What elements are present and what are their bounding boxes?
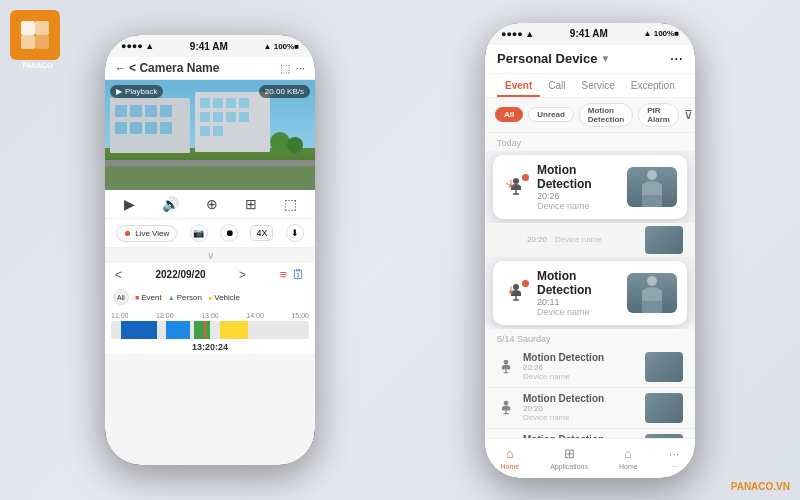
svg-rect-7 bbox=[115, 105, 127, 117]
old-event-info-1: Motion Detection 20:20 Device name bbox=[523, 393, 637, 422]
tab-bar: Event Call Service Exception bbox=[485, 74, 695, 98]
download-button[interactable]: ⬇ bbox=[286, 224, 304, 242]
fullscreen-icon[interactable]: ⬚ bbox=[284, 196, 297, 212]
old-event-time-0: 20:26 bbox=[523, 363, 637, 372]
tab-service[interactable]: Service bbox=[573, 74, 622, 97]
status-time-2: 9:41 AM bbox=[570, 28, 608, 39]
nav-home[interactable]: ⌂ Home bbox=[501, 446, 520, 470]
date-prev-button[interactable]: < bbox=[115, 268, 122, 282]
pd-filter-unread[interactable]: Unread bbox=[528, 107, 574, 122]
grid-icon[interactable]: ⊞ bbox=[245, 196, 257, 212]
pd-filter-icon[interactable]: ⊽ bbox=[684, 108, 693, 122]
svg-rect-20 bbox=[200, 112, 210, 122]
svg-rect-21 bbox=[213, 112, 223, 122]
old-event-device-0: Device name bbox=[523, 372, 637, 381]
pd-more-icon[interactable]: ··· bbox=[670, 50, 683, 68]
nav-home2[interactable]: ⌂ Home bbox=[619, 446, 638, 470]
timeline-seg-1 bbox=[166, 321, 190, 339]
date-icons: ≡ 🗓 bbox=[279, 267, 305, 282]
playback-badge[interactable]: ▶ Playback bbox=[110, 85, 163, 98]
cast-icon[interactable]: ⬚ bbox=[280, 62, 290, 75]
logo: PANACO bbox=[10, 10, 65, 65]
svg-rect-13 bbox=[145, 122, 157, 134]
event-thumb-0 bbox=[627, 167, 677, 207]
nav-applications[interactable]: ⊞ Applications bbox=[550, 446, 588, 470]
camera-view-container: ▶ Playback 20.00 KB/s bbox=[105, 80, 315, 190]
svg-point-44 bbox=[647, 276, 657, 286]
home-icon: ⌂ bbox=[506, 446, 514, 461]
filter-person-chip[interactable]: Person bbox=[168, 293, 202, 302]
pd-filter-all[interactable]: All bbox=[495, 107, 523, 122]
svg-rect-24 bbox=[200, 126, 210, 136]
tab-call[interactable]: Call bbox=[540, 74, 573, 97]
svg-rect-2 bbox=[21, 35, 35, 49]
event-title-0: Motion Detection bbox=[537, 163, 619, 191]
timeline-labels: 11:00 12:00 13:00 14:00 15:00 bbox=[111, 312, 309, 319]
unread-dot-2 bbox=[522, 280, 529, 287]
camera-controls: ⏺ Live View 📷 ⏺ 4X ⬇ bbox=[105, 219, 315, 248]
old-event-0[interactable]: Motion Detection 20:26 Device name bbox=[485, 347, 695, 388]
camera-toolbar: ▶ 🔊 ⊕ ⊞ ⬚ bbox=[105, 190, 315, 219]
svg-point-27 bbox=[287, 137, 303, 153]
small-device-between: Device name bbox=[555, 235, 602, 244]
pd-filter-bar: All Unread Motion Detection PIR Alarm ⊽ bbox=[485, 98, 695, 133]
event-icon-2 bbox=[503, 280, 529, 306]
svg-rect-14 bbox=[160, 122, 172, 134]
old-event-1[interactable]: Motion Detection 20:20 Device name bbox=[485, 388, 695, 429]
record-button[interactable]: ⏺ bbox=[220, 224, 238, 242]
event-card-2[interactable]: Motion Detection 20:11 Device name bbox=[493, 261, 687, 325]
live-view-button[interactable]: ⏺ Live View bbox=[116, 225, 177, 242]
zoom-icon[interactable]: ⊕ bbox=[206, 196, 218, 212]
timeline-marker bbox=[204, 321, 206, 339]
pd-header: Personal Device ▼ ··· bbox=[485, 45, 695, 74]
svg-point-26 bbox=[270, 132, 290, 152]
list-view-icon[interactable]: ≡ bbox=[279, 267, 287, 282]
unread-dot-0 bbox=[522, 174, 529, 181]
event-info-0: Motion Detection 20:26 Device name bbox=[537, 163, 619, 211]
more-nav-icon: ··· bbox=[669, 446, 680, 461]
date-next-button[interactable]: > bbox=[239, 268, 246, 282]
pd-dropdown-icon[interactable]: ▼ bbox=[600, 53, 610, 64]
status-right-1: ▲ 100%■ bbox=[264, 42, 299, 51]
svg-rect-16 bbox=[200, 98, 210, 108]
filter-vehicle-chip[interactable]: Vehicle bbox=[208, 293, 240, 302]
svg-rect-9 bbox=[145, 105, 157, 117]
tab-event[interactable]: Event bbox=[497, 74, 540, 97]
calendar-icon[interactable]: 🗓 bbox=[292, 267, 305, 282]
bottom-nav: ⌂ Home ⊞ Applications ⌂ Home ··· ··· bbox=[485, 438, 695, 478]
event-title-2: Motion Detection bbox=[537, 269, 619, 297]
svg-point-42 bbox=[509, 290, 513, 294]
timeline-bar[interactable] bbox=[111, 321, 309, 339]
play-icon[interactable]: ▶ bbox=[124, 196, 135, 212]
quality-button[interactable]: 4X bbox=[250, 225, 273, 241]
pd-filter-pir[interactable]: PIR Alarm bbox=[638, 103, 679, 127]
more-icon[interactable]: ··· bbox=[296, 62, 305, 75]
svg-point-46 bbox=[504, 359, 509, 364]
timeline-seg-3 bbox=[220, 321, 248, 339]
event-device-0: Device name bbox=[537, 201, 619, 211]
snapshot-button[interactable]: 📷 bbox=[190, 224, 208, 242]
tl-label-4: 15:00 bbox=[291, 312, 309, 319]
filter-event-chip[interactable]: Event bbox=[135, 293, 162, 302]
event-time-0: 20:26 bbox=[537, 191, 619, 201]
tab-exception[interactable]: Exception bbox=[623, 74, 683, 97]
tl-label-1: 12:00 bbox=[156, 312, 174, 319]
volume-icon[interactable]: 🔊 bbox=[162, 196, 179, 212]
status-bar-1: ●●●● ▲ 9:41 AM ▲ 100%■ bbox=[105, 35, 315, 57]
expand-chevron[interactable]: ∨ bbox=[105, 248, 315, 263]
status-time-1: 9:41 AM bbox=[190, 41, 228, 52]
filter-all-chip[interactable]: All bbox=[113, 289, 129, 305]
event-card-0[interactable]: Motion Detection 20:26 Device name bbox=[493, 155, 687, 219]
svg-point-49 bbox=[504, 400, 509, 405]
svg-rect-28 bbox=[105, 162, 315, 190]
nav-home-label: Home bbox=[501, 463, 520, 470]
speed-badge: 20.00 KB/s bbox=[259, 85, 310, 98]
svg-rect-19 bbox=[239, 98, 249, 108]
pd-filter-motion[interactable]: Motion Detection bbox=[579, 103, 633, 127]
status-left-2: ●●●● ▲ bbox=[501, 29, 534, 39]
nav-more[interactable]: ··· ··· bbox=[669, 446, 680, 470]
camera-image: ▶ Playback 20.00 KB/s bbox=[105, 80, 315, 190]
back-button[interactable]: ← < Camera Name bbox=[115, 61, 219, 75]
saturday-label: 5/14 Saurday bbox=[485, 329, 695, 347]
svg-rect-0 bbox=[21, 21, 35, 35]
